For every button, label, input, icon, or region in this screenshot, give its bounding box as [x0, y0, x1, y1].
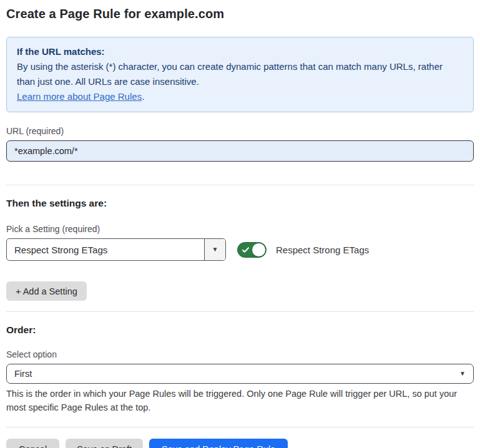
- setting-toggle[interactable]: [237, 242, 267, 258]
- add-setting-button[interactable]: + Add a Setting: [6, 281, 87, 301]
- order-select-label: Select option: [6, 349, 474, 359]
- footer-divider: [6, 427, 474, 427]
- setting-picker-label: Pick a Setting (required): [6, 224, 474, 234]
- footer-button-row: Cancel Save as Draft Save and Deploy Pag…: [6, 439, 474, 448]
- section-divider: [6, 311, 474, 312]
- setting-dropdown-caret-button[interactable]: ▼: [204, 239, 225, 260]
- url-input[interactable]: [6, 140, 474, 162]
- setting-dropdown[interactable]: Respect Strong ETags ▼: [6, 238, 226, 261]
- info-box-link-line: Learn more about Page Rules.: [17, 89, 463, 104]
- chevron-down-icon: ▼: [212, 246, 218, 253]
- chevron-down-icon: ▼: [459, 371, 466, 377]
- section-divider: [6, 185, 474, 185]
- link-suffix: .: [142, 91, 144, 102]
- save-deploy-button[interactable]: Save and Deploy Page Rule: [149, 439, 288, 448]
- setting-dropdown-value: Respect Strong ETags: [7, 239, 204, 260]
- learn-more-link[interactable]: Learn more about Page Rules: [17, 91, 142, 102]
- info-box-body: By using the asterisk (*) character, you…: [17, 59, 463, 89]
- info-box-heading: If the URL matches:: [17, 44, 463, 59]
- order-section-heading: Order:: [6, 324, 474, 336]
- setting-toggle-label: Respect Strong ETags: [276, 245, 369, 255]
- save-draft-button[interactable]: Save as Draft: [66, 439, 143, 448]
- cancel-button[interactable]: Cancel: [6, 439, 59, 448]
- check-icon: [242, 246, 250, 254]
- url-field-label: URL (required): [6, 126, 474, 136]
- order-select[interactable]: First ▼: [6, 364, 474, 384]
- settings-section-heading: Then the settings are:: [6, 198, 474, 209]
- url-match-info-box: If the URL matches: By using the asteris…: [6, 37, 474, 112]
- toggle-knob: [252, 243, 265, 256]
- setting-controls-row: Respect Strong ETags ▼ Respect Strong ET…: [6, 238, 474, 261]
- page-title: Create a Page Rule for example.com: [6, 7, 474, 21]
- order-select-value: First: [14, 369, 459, 379]
- order-help-text: This is the order in which your Page Rul…: [6, 387, 474, 414]
